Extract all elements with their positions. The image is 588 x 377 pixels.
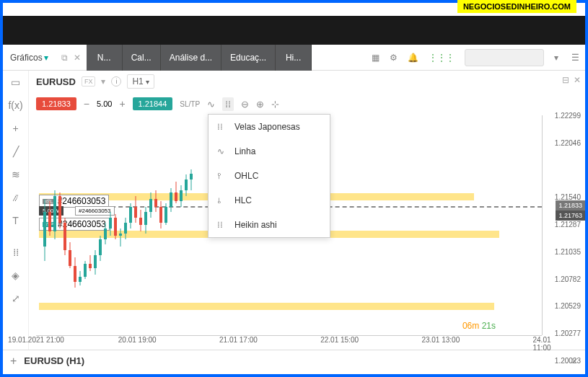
position-id-label[interactable]: #246603053 — [75, 206, 115, 216]
settings-icon[interactable]: ⚙ — [390, 53, 398, 63]
y-axis: 1.21833 1.21763 1.222991.220461.215401.2… — [542, 115, 585, 335]
chevron-down-icon: ▾ — [44, 53, 48, 63]
crosshair-icon[interactable]: + — [12, 123, 18, 134]
close-chart-icon[interactable]: ✕ — [574, 75, 581, 85]
dd-velas-japonesas[interactable]: ⁞⁞Velas Japonesas — [209, 115, 330, 139]
candle-type-icon[interactable]: ⁞⁞ — [13, 247, 19, 258]
dd-ohlc[interactable]: ⫯OHLC — [209, 164, 330, 188]
symbol-name[interactable]: EURUSD — [36, 76, 76, 87]
candle-countdown: 06m 21s — [462, 321, 496, 331]
tab-calendar[interactable]: Cal... — [123, 45, 161, 71]
nav-tabs: N... Cal... Análise d... Educaç... Hi... — [87, 45, 312, 71]
lot-increase[interactable]: + — [119, 98, 125, 110]
window-titlebar — [3, 16, 585, 45]
tab-education[interactable]: Educaç... — [221, 45, 276, 71]
navbar: Gráficos▾ ⧉ ✕ N... Cal... Análise d... E… — [3, 45, 585, 71]
dd-heikin-ashi[interactable]: ⁞⁞Heikin ashi — [209, 213, 330, 237]
site-banner: NEGOCIOSEDINHEIRO.COM — [457, 0, 576, 13]
close-icon[interactable]: ✕ — [74, 53, 81, 63]
tab-analysis[interactable]: Análise d... — [161, 45, 221, 71]
chart-type-icon[interactable]: ⁞⁞ — [222, 97, 234, 111]
fx-badge: FX — [82, 76, 96, 87]
chart-header: EURUSD FX ▾ i H1 ▾ — [29, 71, 585, 92]
sltp-button[interactable]: SL/TP — [180, 100, 200, 108]
account-selector[interactable] — [465, 49, 544, 66]
order-toolbar: 1.21833 − 5.00 + 1.21844 SL/TP ∿ ⁞⁞ ⊖ ⊕ … — [29, 92, 585, 115]
candlestick-icon: ⁞⁞ — [217, 122, 227, 132]
hamburger-icon[interactable]: ☰ — [566, 53, 585, 63]
window-controls: ⧉ ✕ — [56, 53, 87, 63]
text-icon[interactable]: ≋ — [12, 169, 20, 180]
tab-news[interactable]: N... — [87, 45, 123, 71]
layout-icon[interactable]: ▦ — [372, 53, 379, 63]
fib-icon[interactable]: ⫽ — [11, 192, 21, 203]
bottom-tabs: + EURUSD (H1) ✕ — [3, 350, 585, 371]
price-marker-prev: 1.21763 — [556, 210, 585, 221]
popout-icon[interactable]: ⧉ — [61, 53, 68, 63]
dd-linha[interactable]: ∿Linha — [209, 139, 330, 164]
price-marker-current: 1.21833 — [556, 200, 585, 210]
share-icon[interactable]: ⤢ — [12, 293, 20, 304]
zoom-out-icon[interactable]: ⊖ — [241, 99, 249, 110]
minimize-icon[interactable]: ⊟ — [562, 75, 569, 85]
lot-value[interactable]: 5.00 — [92, 98, 116, 110]
line-icon: ∿ — [217, 146, 227, 156]
support-band — [39, 303, 494, 310]
lot-decrease[interactable]: − — [84, 98, 89, 110]
line-chart-icon[interactable]: ∿ — [207, 99, 215, 110]
layers-icon[interactable]: ◈ — [12, 270, 19, 281]
trendline-icon[interactable]: ╱ — [13, 146, 19, 157]
zoom-in-icon[interactable]: ⊕ — [256, 99, 264, 110]
add-chart-button[interactable]: + — [10, 355, 17, 368]
chart-tab[interactable]: EURUSD (H1) — [24, 355, 84, 366]
chart-type-dropdown: ⁞⁞Velas Japonesas ∿Linha ⫯OHLC ⫰HLC ⁞⁞He… — [208, 114, 330, 238]
text-tool-icon[interactable]: T — [12, 215, 19, 226]
bell-icon[interactable]: 🔔 — [408, 53, 418, 63]
hlc-icon: ⫰ — [217, 195, 227, 205]
info-icon[interactable]: i — [111, 76, 121, 87]
drawing-toolbar: ▭ f(x) + ╱ ≋ ⫽ T ⁞⁞ ◈ ⤢ — [3, 71, 29, 350]
function-icon[interactable]: f(x) — [8, 99, 22, 111]
x-axis: 19.01.2021 21:0020.01 19:0021.01 17:0022… — [36, 335, 542, 350]
timeframe-selector[interactable]: H1 ▾ — [127, 74, 154, 89]
chevron-down-icon[interactable]: ▾ — [101, 76, 105, 87]
chevron-down-icon[interactable]: ▾ — [554, 53, 558, 63]
graficos-dropdown[interactable]: Gráficos▾ — [3, 45, 56, 71]
heikin-icon: ⁞⁞ — [217, 220, 227, 230]
ohlc-icon: ⫯ — [217, 171, 227, 181]
sell-button[interactable]: 1.21833 — [36, 97, 76, 110]
crosshair-toggle-icon[interactable]: ⊹ — [271, 99, 279, 110]
buy-button[interactable]: 1.21844 — [133, 97, 173, 110]
header-actions: ▦ ⚙ 🔔 ⋮⋮⋮ ▾ — [364, 49, 566, 66]
watchlist-icon[interactable]: ▭ — [11, 76, 20, 88]
wifi-icon: ⋮⋮⋮ — [429, 53, 455, 63]
tab-history[interactable]: Hi... — [276, 45, 312, 71]
dd-hlc[interactable]: ⫰HLC — [209, 188, 330, 213]
graficos-label: Gráficos — [10, 53, 43, 63]
